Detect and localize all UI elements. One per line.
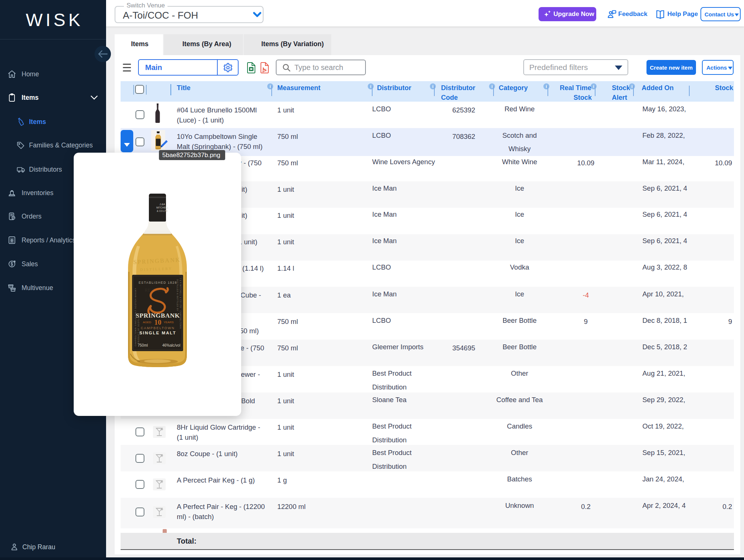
svg-text:J.&A: J.&A (160, 203, 165, 206)
svg-text:46%alc/vol: 46%alc/vol (162, 343, 180, 347)
svg-text:YEARS: YEARS (163, 321, 173, 324)
svg-text:PDF: PDF (263, 69, 266, 71)
svg-text:& CO.LTD: & CO.LTD (157, 210, 168, 212)
svg-text:MITCHELL: MITCHELL (156, 206, 169, 209)
svg-text:J & A MITCHELL & CO LTD - CAMP: J & A MITCHELL & CO LTD - CAMPBELTOWN (179, 278, 182, 329)
svg-text:CAMPBELTOWN: CAMPBELTOWN (141, 326, 175, 330)
svg-text:750ml: 750ml (138, 343, 148, 347)
svg-text:SINGLE MALT: SINGLE MALT (139, 331, 176, 335)
svg-text:10: 10 (154, 318, 162, 326)
svg-text:ESTABLISHED 1828: ESTABLISHED 1828 (138, 281, 177, 284)
svg-text:PRODUCT OF SCOTLAND: PRODUCT OF SCOTLAND (137, 313, 140, 344)
svg-text:AGED: AGED (143, 321, 151, 324)
svg-text:DISTILLED & BOTTLED BY: DISTILLED & BOTTLED BY (176, 279, 179, 311)
svg-text:CAMPBELTOWN SINGLE MALT SCOTCH: CAMPBELTOWN SINGLE MALT SCOTCH WHISKY (134, 287, 137, 346)
